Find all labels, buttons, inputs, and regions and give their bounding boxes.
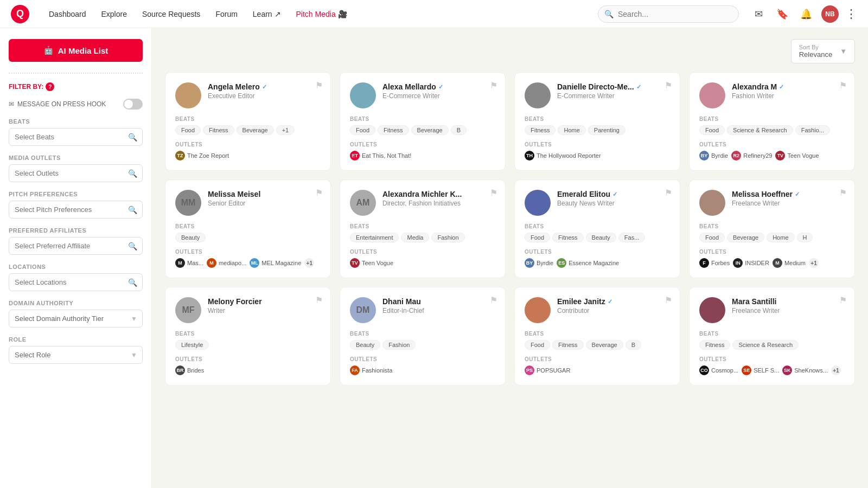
journalist-card[interactable]: DM Dhani Mau Editor-in-Chief ⚑ BEATS Bea… [340,287,506,386]
beat-tag: +1 [276,125,295,135]
beat-tag: Parenting [588,125,626,135]
outlet-badge: ML MEL Magazine [250,258,301,268]
beats-section-label: BEATS [350,331,495,337]
outlet-name: Teen Vogue [362,260,393,266]
journalist-title: Editor-in-Chief [382,307,495,314]
journalist-card[interactable]: Melissa Hoeffner ✓ Freelance Writer ⚑ BE… [689,179,855,278]
message-toggle[interactable] [123,99,143,110]
bookmark-button[interactable]: ⚑ [315,295,323,305]
journalist-name: Alexandra Michler K... [382,190,495,198]
logo[interactable]: Q [11,5,29,23]
outlet-name: Medium [784,260,806,266]
avatar: MF [175,297,201,323]
nav-source-requests[interactable]: Source Requests [136,7,207,22]
sort-dropdown[interactable]: Sort By Relevance ▼ [791,39,855,63]
journalist-card[interactable]: Alexa Mellardo ✓ E-Commerce Writer ⚑ BEA… [340,72,506,171]
preferred-input[interactable] [9,237,143,255]
outlets-input[interactable] [9,164,143,182]
role-select[interactable]: Select Role [9,346,143,364]
card-info: Alexa Mellardo ✓ E-Commerce Writer [382,82,495,100]
journalist-title: Executive Editor [208,92,321,100]
nav-links: Dashboard Explore Source Requests Forum … [42,7,587,22]
outlet-name: Mas... [187,260,203,266]
outlet-badge: F Forbes [699,258,730,268]
beat-tag: Food [525,340,550,350]
bookmark-button[interactable]: ⚑ [490,80,497,91]
beats-section-label: BEATS [525,223,670,229]
verified-icon: ✓ [438,84,443,91]
main-content: Sort By Relevance ▼ Angela Melero ✓ Exec… [152,28,868,488]
card-outlets: BR Brides [175,365,321,375]
bookmark-icon[interactable]: 🔖 [774,5,791,23]
role-select-wrap: Select Role ▼ [9,346,143,364]
journalist-card[interactable]: Angela Melero ✓ Executive Editor ⚑ BEATS… [165,72,331,171]
card-header: AM Alexandra Michler K... Director, Fash… [350,190,495,216]
domain-select[interactable]: Select Domain Authority Tier [9,310,143,328]
mail-icon[interactable]: ✉ [750,5,767,23]
beats-input[interactable] [9,128,143,146]
bookmark-button[interactable]: ⚑ [315,188,323,198]
bookmark-button[interactable]: ⚑ [839,80,847,91]
card-info: Melissa Meisel Senior Editor [208,190,321,207]
bookmark-button[interactable]: ⚑ [315,80,323,91]
verified-icon: ✓ [612,191,617,198]
bookmark-button[interactable]: ⚑ [490,188,497,198]
beats-tags: FoodFitnessBeverageB [350,125,495,135]
user-avatar[interactable]: NB [821,5,839,23]
beats-label: BEATS [9,118,143,125]
journalist-name: Mara Santilli [732,297,845,306]
outlet-badge: IN INSIDER [733,258,769,268]
beat-tag: Fashion [431,233,464,242]
avatar: MM [175,190,201,216]
journalist-card[interactable]: Emilee Janitz ✓ Contributor ⚑ BEATS Food… [514,287,680,386]
more-menu-icon[interactable]: ⋮ [845,7,857,21]
ai-media-list-button[interactable]: 🤖 AI Media List [9,39,143,62]
locations-input[interactable] [9,273,143,291]
journalist-card[interactable]: Danielle Directo-Me... ✓ E-Commerce Writ… [514,72,680,171]
nav-pitch-media[interactable]: Pitch Media 🎥 [290,7,354,22]
message-toggle-label: ✉ MESSAGE ON PRESS HOOK [9,100,106,108]
journalist-card[interactable]: Emerald Elitou ✓ Beauty News Writer ⚑ BE… [514,179,680,278]
card-info: Melissa Hoeffner ✓ Freelance Writer [732,190,845,207]
journalist-card[interactable]: Mara Santilli Freelance Writer ⚑ BEATS F… [689,287,855,386]
journalist-card[interactable]: MM Melissa Meisel Senior Editor ⚑ BEATS … [165,179,331,278]
bookmark-button[interactable]: ⚑ [665,80,672,91]
outlet-badge: TH The Hollywood Reporter [525,151,601,160]
bookmark-button[interactable]: ⚑ [839,295,847,305]
card-header: Mara Santilli Freelance Writer [699,297,845,323]
outlet-name: POPSUGAR [537,367,570,374]
nav-learn[interactable]: Learn ↗ [246,7,288,22]
pitch-prefs-input[interactable] [9,201,143,219]
bookmark-button[interactable]: ⚑ [490,295,497,305]
journalist-title: Senior Editor [208,200,321,207]
nav-forum[interactable]: Forum [209,7,244,22]
card-info: Emerald Elitou ✓ Beauty News Writer [557,190,670,207]
verified-icon: ✓ [779,84,784,91]
outlet-icon: SK [782,365,792,375]
journalist-name: Emerald Elitou ✓ [557,190,670,198]
card-outlets: PS POPSUGAR [525,365,670,375]
journalist-name: Melissa Hoeffner ✓ [732,190,845,198]
outlet-badge: M Mas... [175,258,203,268]
card-header: MM Melissa Meisel Senior Editor [175,190,321,216]
bookmark-button[interactable]: ⚑ [665,188,672,198]
bell-icon[interactable]: 🔔 [797,5,815,23]
nav-search-input[interactable] [598,5,739,23]
journalist-card[interactable]: MF Melony Forcier Writer ⚑ BEATS Lifesty… [165,287,331,386]
bookmark-button[interactable]: ⚑ [839,188,847,198]
avatar [699,190,725,216]
nav-explore[interactable]: Explore [95,7,133,22]
bookmark-button[interactable]: ⚑ [665,295,672,305]
outlet-icon: TH [525,151,534,160]
beats-tags: BeautyFashion [350,340,495,350]
outlet-badge: M Medium [773,258,806,268]
journalist-title: Fashion Writer [732,92,845,100]
outlet-name: Refinery29 [743,152,772,159]
journalist-card[interactable]: Alexandra M ✓ Fashion Writer ⚑ BEATS Foo… [689,72,855,171]
sort-label: Sort By [799,44,819,50]
nav-dashboard[interactable]: Dashboard [42,7,93,22]
journalist-card[interactable]: AM Alexandra Michler K... Director, Fash… [340,179,506,278]
beats-tags: FoodFitnessBeverageB [525,340,670,350]
card-outlets: TZ The Zoe Report [175,151,321,160]
beat-tag: H [797,233,813,242]
